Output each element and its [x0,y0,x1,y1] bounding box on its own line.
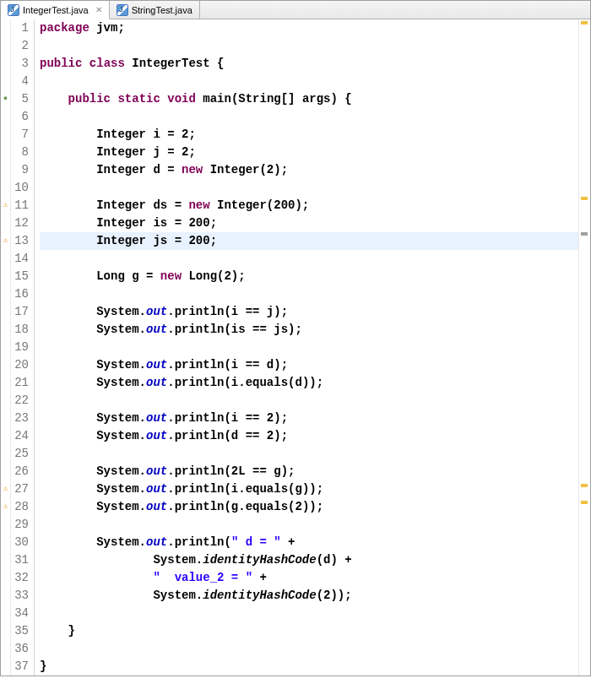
code-line[interactable]: System.out.println(i == j); [40,303,578,321]
overview-ruler[interactable] [578,19,590,676]
line-number: 36 [11,640,29,658]
line-marker [1,356,10,374]
line-marker [1,339,10,356]
code-line[interactable]: package jvm; [40,19,578,37]
code-line[interactable] [40,285,578,303]
line-number: 9 [11,161,29,179]
code-line[interactable]: Integer d = new Integer(2); [40,161,578,179]
line-number: 2 [11,37,29,55]
code-editor[interactable]: ●⚠⚠⚠⚠ 1234567891011121314151617181920212… [1,19,590,676]
code-line[interactable] [40,339,578,356]
ruler-warning-mark[interactable] [581,501,588,504]
code-line[interactable]: System.out.println(is == js); [40,321,578,339]
ruler-warning-mark[interactable] [581,197,588,200]
line-marker [1,108,10,126]
line-number: 14 [11,250,29,268]
code-line[interactable] [40,605,578,622]
code-line[interactable]: Integer js = 200; [40,232,578,250]
line-marker [1,73,10,90]
code-line[interactable]: } [40,658,578,676]
line-marker [1,622,10,640]
line-number: 6 [11,108,29,126]
code-line[interactable]: Integer ds = new Integer(200); [40,197,578,214]
line-marker: ● [1,90,10,108]
line-marker [1,55,10,73]
java-file-icon [117,4,128,16]
line-marker [1,392,10,410]
line-number-gutter: 1234567891011121314151617181920212223242… [11,19,35,676]
line-number: 15 [11,268,29,285]
tab-label: IntegerTest.java [23,5,89,15]
ruler-warning-mark[interactable] [581,484,588,487]
tab-bar: IntegerTest.java ✕ StringTest.java [1,1,590,19]
line-number: 26 [11,463,29,480]
line-marker [1,374,10,392]
code-line[interactable]: System.out.println(g.equals(2)); [40,498,578,516]
line-marker [1,144,10,161]
line-number: 19 [11,339,29,356]
line-number: 31 [11,551,29,569]
code-line[interactable]: System.out.println(" d = " + [40,534,578,551]
code-line[interactable]: Long g = new Long(2); [40,268,578,285]
code-line[interactable] [40,392,578,410]
code-line[interactable]: } [40,622,578,640]
line-marker [1,37,10,55]
line-marker: ⚠ [1,480,10,498]
line-number: 21 [11,374,29,392]
code-line[interactable] [40,445,578,463]
line-marker: ⚠ [1,197,10,214]
code-line[interactable]: Integer i = 2; [40,126,578,144]
code-line[interactable]: System.out.println(i == 2); [40,410,578,427]
line-number: 28 [11,498,29,516]
line-number: 12 [11,214,29,232]
line-number: 24 [11,427,29,445]
line-number: 34 [11,605,29,622]
code-line[interactable] [40,37,578,55]
line-number: 13 [11,232,29,250]
line-number: 35 [11,622,29,640]
code-line[interactable]: System.out.println(i.equals(d)); [40,374,578,392]
line-number: 25 [11,445,29,463]
code-line[interactable]: System.identityHashCode(d) + [40,551,578,569]
code-line[interactable] [40,73,578,90]
code-line[interactable] [40,179,578,197]
line-number: 27 [11,480,29,498]
code-line[interactable]: public static void main(String[] args) { [40,90,578,108]
line-number: 33 [11,587,29,605]
line-marker [1,551,10,569]
line-number: 10 [11,179,29,197]
marker-column: ●⚠⚠⚠⚠ [1,19,11,676]
line-marker [1,445,10,463]
ruler-selection-mark[interactable] [581,232,588,236]
line-number: 29 [11,516,29,534]
ruler-warning-mark[interactable] [581,21,588,24]
close-icon[interactable]: ✕ [95,5,102,14]
code-line[interactable]: Integer j = 2; [40,144,578,161]
code-line[interactable]: System.out.println(i.equals(g)); [40,480,578,498]
line-marker [1,214,10,232]
tab-integertest[interactable]: IntegerTest.java ✕ [1,1,110,19]
code-line[interactable]: System.out.println(i == d); [40,356,578,374]
code-line[interactable]: System.out.println(2L == g); [40,463,578,480]
code-line[interactable] [40,108,578,126]
code-area[interactable]: package jvm;public class IntegerTest { p… [35,19,578,676]
line-marker [1,605,10,622]
line-marker [1,19,10,37]
code-line[interactable]: Integer is = 200; [40,214,578,232]
line-number: 7 [11,126,29,144]
line-marker [1,410,10,427]
line-marker [1,516,10,534]
line-marker [1,321,10,339]
code-line[interactable]: " value_2 = " + [40,569,578,587]
code-line[interactable]: System.identityHashCode(2)); [40,587,578,605]
code-line[interactable] [40,640,578,658]
line-marker [1,250,10,268]
line-marker [1,179,10,197]
code-line[interactable]: System.out.println(d == 2); [40,427,578,445]
line-marker [1,285,10,303]
code-line[interactable] [40,516,578,534]
line-number: 23 [11,410,29,427]
tab-stringtest[interactable]: StringTest.java [110,1,200,19]
code-line[interactable] [40,250,578,268]
code-line[interactable]: public class IntegerTest { [40,55,578,73]
